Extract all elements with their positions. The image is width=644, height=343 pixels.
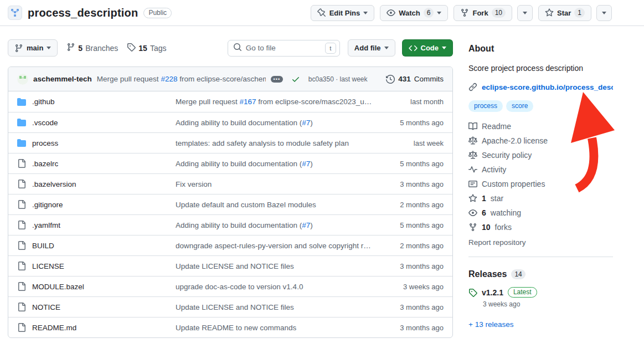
- commit-message-link[interactable]: Update LICENSE and NOTICE files: [176, 303, 294, 311]
- file-name-link[interactable]: .github: [32, 98, 55, 106]
- commit-message-link[interactable]: Adding ability to build documentation (#…: [176, 119, 313, 127]
- releases-count-badge: 14: [511, 269, 525, 279]
- code-button[interactable]: Code: [402, 39, 454, 57]
- repo-header: process_description Public Edit Pins Wat…: [0, 0, 644, 26]
- chevron-down-icon: [442, 47, 446, 49]
- commit-message-link[interactable]: downgrade aspect-rules-py-version and so…: [176, 242, 371, 250]
- about-info-item[interactable]: Apache-2.0 license: [468, 136, 613, 145]
- add-file-button[interactable]: Add file: [348, 39, 395, 57]
- commit-message-link[interactable]: Update README to new commands: [176, 324, 296, 332]
- tag-icon: [468, 288, 477, 297]
- commit-message-link[interactable]: Update default and custom Bazel modules: [176, 201, 316, 209]
- topic-pill[interactable]: process: [468, 100, 503, 112]
- branches-link[interactable]: 5 Branches: [66, 43, 118, 53]
- latest-release-link[interactable]: v1.2.1 Latest: [468, 287, 613, 298]
- code-icon: [409, 44, 418, 53]
- watch-button[interactable]: Watch 6: [380, 5, 448, 21]
- search-input[interactable]: [246, 44, 321, 52]
- commit-author[interactable]: aschemmel-tech: [33, 75, 92, 83]
- fork-dropdown-button[interactable]: [517, 5, 533, 21]
- pr-number-link[interactable]: #7: [302, 160, 310, 168]
- pr-number-link[interactable]: #7: [302, 119, 310, 127]
- file-icon: [17, 262, 26, 270]
- search-icon: [233, 43, 242, 53]
- about-info-item[interactable]: 1star: [468, 194, 613, 203]
- page-title[interactable]: process_description: [28, 7, 138, 19]
- chevron-down-icon: [47, 47, 51, 49]
- fork-button[interactable]: Fork 10: [454, 5, 512, 21]
- file-icon: [17, 180, 26, 188]
- file-name-link[interactable]: NOTICE: [32, 303, 60, 311]
- repo-description: Score project process description: [468, 63, 613, 74]
- file-name-link[interactable]: MODULE.bazel: [32, 283, 84, 291]
- commit-message-link[interactable]: Merge pull request #167 from eclipse-sco…: [176, 98, 372, 106]
- commit-history-link[interactable]: 431 Commits: [386, 75, 444, 84]
- about-info-item[interactable]: Activity: [468, 165, 613, 174]
- avatar[interactable]: [17, 74, 28, 85]
- file-name-link[interactable]: LICENSE: [32, 262, 64, 270]
- commit-message-link[interactable]: Fix version: [176, 180, 212, 188]
- file-name-link[interactable]: .bazelrc: [32, 160, 58, 168]
- commit-message-link[interactable]: Adding ability to build documentation (#…: [176, 160, 313, 168]
- more-releases-link[interactable]: + 13 releases: [468, 320, 513, 329]
- about-info-item[interactable]: 6watching: [468, 208, 613, 217]
- chevron-down-icon: [384, 47, 389, 49]
- about-info-item[interactable]: Readme: [468, 122, 613, 131]
- file-name-link[interactable]: README.md: [32, 324, 76, 332]
- file-icon: [17, 221, 26, 229]
- tag-icon: [127, 43, 136, 53]
- file-name-link[interactable]: BUILD: [32, 242, 54, 250]
- file-name-link[interactable]: .gitignore: [32, 201, 63, 209]
- expand-commit-message-button[interactable]: •••: [271, 76, 283, 83]
- about-info-item[interactable]: 10forks: [468, 223, 613, 232]
- pr-number-link[interactable]: #167: [240, 98, 256, 106]
- pulse-icon: [468, 165, 477, 174]
- commit-message-link[interactable]: templates: add safety analysis to module…: [176, 139, 349, 147]
- branch-selector[interactable]: main: [8, 39, 58, 57]
- commit-message-link[interactable]: Update LICENSE and NOTICE files: [176, 262, 294, 270]
- release-version: v1.2.1: [482, 288, 503, 297]
- pr-number-link[interactable]: #228: [161, 75, 177, 83]
- edit-pins-button[interactable]: Edit Pins: [311, 5, 375, 21]
- report-repository-link[interactable]: Report repository: [468, 238, 613, 247]
- about-info-item[interactable]: Custom properties: [468, 180, 613, 188]
- commit-message-link[interactable]: Adding ability to build documentation (#…: [176, 221, 313, 229]
- commit-message-link[interactable]: upgrade doc-as-code to version v1.4.0: [176, 283, 303, 291]
- tags-link[interactable]: 15 Tags: [127, 43, 166, 53]
- about-info-list: ReadmeApache-2.0 licenseSecurity policyA…: [468, 122, 613, 232]
- website-link[interactable]: eclipse-score.github.io/process_descr…: [482, 83, 613, 91]
- star-dropdown-button[interactable]: [596, 5, 612, 21]
- commits-count: 431: [398, 75, 411, 83]
- eye-icon: [468, 208, 477, 217]
- check-icon[interactable]: [291, 75, 300, 84]
- commit-message-link[interactable]: Merge pull request #228 from eclipse-sco…: [97, 75, 266, 83]
- add-file-label: Add file: [354, 44, 381, 52]
- table-row: .vscodeAdding ability to build documenta…: [8, 112, 452, 132]
- chevron-down-icon: [437, 12, 441, 14]
- latest-badge: Latest: [508, 287, 537, 298]
- info-label: Activity: [482, 165, 506, 174]
- go-to-file-search[interactable]: t: [228, 40, 340, 57]
- file-age: last month: [378, 98, 444, 106]
- commit-sha-time[interactable]: bc0a350 · last week: [308, 75, 368, 83]
- file-icon: [17, 241, 26, 250]
- pr-number-link[interactable]: #7: [302, 221, 310, 229]
- star-button[interactable]: Star 1: [538, 5, 591, 21]
- keyboard-shortcut-badge: t: [325, 43, 336, 54]
- history-icon: [386, 75, 395, 84]
- file-name-link[interactable]: .vscode: [32, 119, 58, 127]
- file-name-link[interactable]: .yamlfmt: [32, 221, 60, 229]
- releases-title[interactable]: Releases: [468, 269, 507, 279]
- about-sidebar: About Score project process description …: [468, 39, 613, 338]
- file-name-link[interactable]: .bazelversion: [32, 180, 76, 188]
- about-info-item[interactable]: Security policy: [468, 151, 613, 160]
- pin-icon: [317, 8, 326, 17]
- commit-message-text: templates: add safety analysis to module…: [176, 139, 349, 147]
- topic-pill[interactable]: score: [506, 100, 533, 112]
- file-name-link[interactable]: process: [32, 139, 58, 147]
- watch-count: 6: [424, 8, 434, 18]
- info-count: 10: [482, 223, 491, 232]
- chevron-down-icon: [363, 12, 368, 14]
- org-avatar[interactable]: [8, 6, 22, 20]
- commit-message-text: Update README to new commands: [176, 324, 296, 332]
